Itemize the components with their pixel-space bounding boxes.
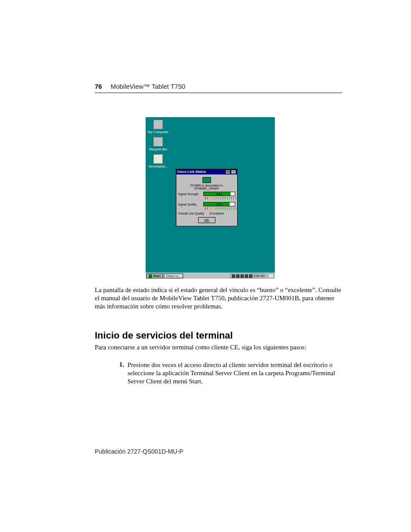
window-title: Cisco Link Status xyxy=(177,169,206,174)
tray-icon[interactable] xyxy=(232,274,235,278)
desktop-screenshot: My Computer Recycle Bin TerminalSe... Ci… xyxy=(146,117,275,279)
window-titlebar[interactable]: Cisco Link Status OK × xyxy=(176,169,237,174)
step-1: 1. Presione dos veces el acceso directo … xyxy=(116,361,342,385)
header-title: MobileView™ Tablet T750 xyxy=(111,83,185,90)
link-icon xyxy=(202,177,211,183)
tray-icon[interactable] xyxy=(236,274,240,278)
signal-quality-value: 83% xyxy=(216,203,222,206)
tray-icon[interactable] xyxy=(240,274,244,278)
recycle-bin-icon[interactable]: Recycle Bin xyxy=(147,137,169,151)
signal-strength-label: Signal Strength xyxy=(178,193,202,196)
recycle-bin-label: Recycle Bin xyxy=(147,147,169,151)
tray-icon[interactable] xyxy=(249,274,252,278)
cisco-link-status-window: Cisco Link Status OK × PC4800 is Associa… xyxy=(176,169,237,226)
computer-icon xyxy=(153,120,163,129)
page-header: 76 MobileView™ Tablet T750 xyxy=(95,83,361,90)
step-number: 1. xyxy=(116,361,124,385)
ok-button[interactable]: OK xyxy=(198,217,215,223)
body-paragraph-1: La pantalla de estado indica si el estad… xyxy=(95,286,342,310)
bin-icon xyxy=(153,137,163,146)
clock: 8:04 AM xyxy=(253,274,265,278)
terminal-icon xyxy=(153,154,163,164)
start-label: Start xyxy=(153,274,161,278)
signal-strength-ticks xyxy=(203,197,236,199)
signal-quality-ticks xyxy=(203,207,236,210)
publication-footer: Publicación 2727-QS001D-MU-P xyxy=(95,448,183,455)
terminal-server-label: TerminalSe... xyxy=(147,165,169,168)
association-text: PC4800 is Associated to AP4800E_259e09 xyxy=(178,184,235,190)
close-button[interactable]: × xyxy=(231,170,236,174)
signal-quality-label: Signal Quality xyxy=(178,203,202,206)
section-heading: Inicio de servicios del terminal xyxy=(95,330,233,341)
windows-logo-icon xyxy=(149,274,152,278)
my-computer-icon[interactable]: My Computer xyxy=(147,120,169,134)
body-paragraph-2: Para conectarse a un servidor terminal c… xyxy=(95,344,342,351)
step-text: Presione dos veces el acceso directo al … xyxy=(128,361,342,385)
tray-icon[interactable] xyxy=(245,274,248,278)
signal-strength-bar: 86% xyxy=(203,192,235,196)
header-rule xyxy=(95,93,342,93)
start-button[interactable]: Start xyxy=(146,274,163,278)
keyboard-icon[interactable] xyxy=(268,274,274,278)
terminal-server-icon[interactable]: TerminalSe... xyxy=(147,154,169,168)
system-tray[interactable]: 8:04 AM xyxy=(230,274,266,278)
my-computer-label: My Computer xyxy=(147,130,169,134)
taskbar-item-cisco[interactable]: Cisco Li... xyxy=(164,274,183,278)
taskbar: Start Cisco Li... 8:04 AM xyxy=(146,273,275,279)
titlebar-ok-button[interactable]: OK xyxy=(225,170,230,174)
page-number: 76 xyxy=(95,83,102,90)
signal-quality-bar: 83% xyxy=(203,202,235,206)
overall-quality-label: Overall Link Quality xyxy=(178,212,208,215)
overall-quality-value: Excellent xyxy=(210,212,224,215)
signal-strength-value: 86% xyxy=(216,193,222,196)
